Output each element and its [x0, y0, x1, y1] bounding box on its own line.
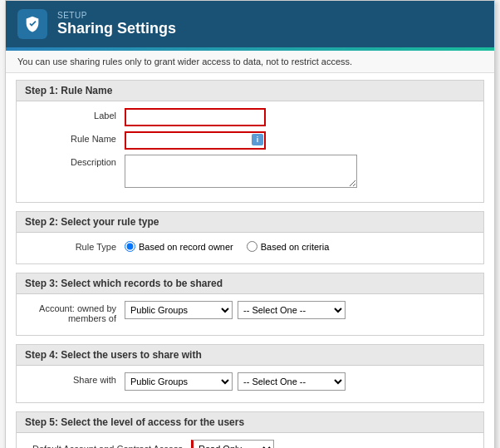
- step3-sub-dropdown[interactable]: -- Select One --: [238, 301, 346, 319]
- step4-select-group: Public Groups Roles Roles and Subordinat…: [125, 372, 475, 391]
- label-field-control: [125, 108, 475, 126]
- step3-row: Account: owned by members of Public Grou…: [25, 301, 475, 323]
- radio-group: Based on record owner Based on criteria: [125, 239, 475, 252]
- step3-select-group: Public Groups Roles Roles and Subordinat…: [125, 301, 475, 319]
- step4-field-label: Share with: [25, 372, 125, 385]
- rule-type-row: Rule Type Based on record owner Based on…: [25, 239, 475, 252]
- step4-section: Step 4: Select the users to share with S…: [16, 344, 484, 403]
- description-input[interactable]: [125, 155, 357, 188]
- step2-header: Step 2: Select your rule type: [17, 212, 483, 233]
- step4-header: Step 4: Select the users to share with: [17, 345, 483, 366]
- step5-header: Step 5: Select the level of access for t…: [17, 412, 483, 433]
- step3-body: Account: owned by members of Public Grou…: [17, 294, 483, 335]
- rule-type-control: Based on record owner Based on criteria: [125, 239, 475, 252]
- radio-record-owner[interactable]: [125, 241, 135, 252]
- header-icon: [17, 9, 47, 39]
- page-title: Sharing Settings: [57, 20, 176, 37]
- step5-section: Step 5: Select the level of access for t…: [16, 411, 484, 448]
- default-account-select[interactable]: Read Only Read/Write Private: [191, 440, 274, 448]
- description-field-label: Description: [25, 155, 125, 167]
- step3-controls: Public Groups Roles Roles and Subordinat…: [125, 301, 475, 319]
- step1-section: Step 1: Rule Name Label Rule Name i: [16, 80, 484, 203]
- rule-type-label: Rule Type: [25, 239, 125, 252]
- step4-controls: Public Groups Roles Roles and Subordinat…: [125, 372, 475, 391]
- radio-criteria[interactable]: [247, 241, 257, 252]
- description-field-control: [125, 155, 475, 190]
- info-bar: You can use sharing rules only to grant …: [6, 51, 494, 73]
- step3-section: Step 3: Select which records to be share…: [16, 273, 484, 336]
- rule-name-field-control: i: [125, 131, 475, 150]
- radio-option-criteria[interactable]: Based on criteria: [247, 241, 330, 252]
- radio-option-record-owner[interactable]: Based on record owner: [125, 241, 233, 252]
- step4-row: Share with Public Groups Roles Roles and…: [25, 372, 475, 391]
- step4-main-dropdown[interactable]: Public Groups Roles Roles and Subordinat…: [125, 372, 233, 391]
- rule-name-wrapper: i: [125, 131, 266, 150]
- info-text: You can use sharing rules only to grant …: [17, 57, 352, 66]
- rule-name-input[interactable]: [125, 131, 266, 150]
- step2-body: Rule Type Based on record owner Based on…: [17, 233, 483, 263]
- step4-body: Share with Public Groups Roles Roles and…: [17, 366, 483, 402]
- step5-body: Default Account and Contract Access Read…: [17, 433, 483, 448]
- step1-body: Label Rule Name i Description: [17, 101, 483, 202]
- page-header: SETUP Sharing Settings: [6, 1, 494, 47]
- shield-icon: [23, 15, 42, 33]
- step2-section: Step 2: Select your rule type Rule Type …: [16, 211, 484, 264]
- step4-sub-dropdown[interactable]: -- Select One --: [238, 372, 346, 391]
- rule-name-field-label: Rule Name: [25, 131, 125, 144]
- label-row: Label: [25, 108, 475, 126]
- header-text-group: SETUP Sharing Settings: [57, 11, 176, 37]
- setup-label: SETUP: [57, 11, 176, 20]
- rule-name-info-icon[interactable]: i: [252, 134, 263, 145]
- label-input[interactable]: [125, 108, 266, 126]
- default-account-label: Default Account and Contract Access: [25, 444, 191, 448]
- default-account-row: Default Account and Contract Access Read…: [25, 440, 475, 448]
- label-field-label: Label: [25, 108, 125, 121]
- step3-field-label: Account: owned by members of: [25, 301, 125, 323]
- radio-record-owner-label: Based on record owner: [139, 242, 233, 252]
- description-row: Description: [25, 155, 475, 190]
- step3-header: Step 3: Select which records to be share…: [17, 273, 483, 294]
- page-container: SETUP Sharing Settings You can use shari…: [5, 0, 495, 448]
- rule-name-row: Rule Name i: [25, 131, 475, 150]
- step1-header: Step 1: Rule Name: [17, 81, 483, 101]
- radio-criteria-label: Based on criteria: [261, 242, 330, 252]
- step3-main-dropdown[interactable]: Public Groups Roles Roles and Subordinat…: [125, 301, 233, 319]
- main-content: Step 1: Rule Name Label Rule Name i: [6, 73, 494, 448]
